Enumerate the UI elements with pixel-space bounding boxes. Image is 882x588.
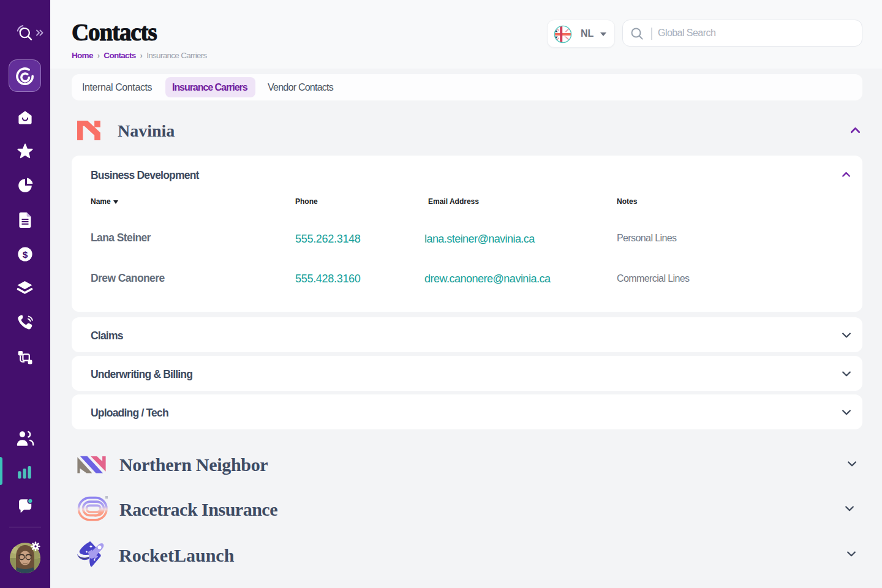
svg-text:$: $ [23, 249, 28, 260]
